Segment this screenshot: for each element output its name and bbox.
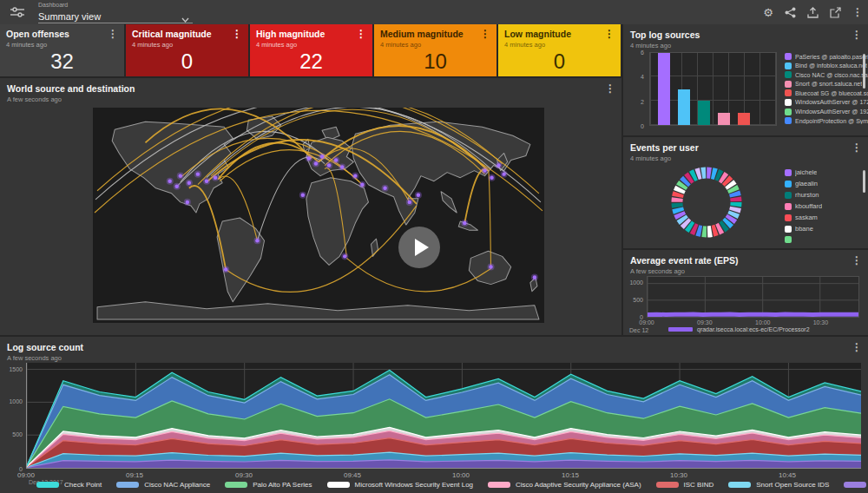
chevron-down-icon <box>181 10 189 26</box>
legend-label: Cisco NAC @ cisco.nac.salu... <box>795 72 868 78</box>
legend-item: Snort @ snort.saluca.net <box>785 81 868 88</box>
legend-swatch <box>785 53 792 60</box>
legend-item: WindowsAuthServer @ 192.168... <box>785 108 868 115</box>
card-open-offenses: Open offenses⋮ 4 minutes ago 32 <box>0 24 124 76</box>
scrollbar[interactable] <box>863 170 865 193</box>
legend-item: ISC BIND <box>656 481 714 489</box>
qradar-pulse-dashboard: Dashboard Summary view ⚙ ⋮ Open offenses… <box>0 0 868 493</box>
legend-item: bbane <box>785 225 822 233</box>
continents <box>97 116 539 319</box>
x-tick-label: 09:30 <box>697 319 713 325</box>
line-chart-legend: qradar.isecca.local:ecs-ec/EC/Processor2 <box>668 326 810 332</box>
line-chart-svg <box>648 277 858 317</box>
x-tick-label: 10:00 <box>755 319 771 325</box>
y-tick-label: 500 <box>12 431 23 437</box>
sliders-icon[interactable] <box>10 6 24 22</box>
legend-item: jaichele <box>785 168 822 176</box>
card-title: Medium magnitude <box>380 29 464 39</box>
legend-label: Microsoft Windows Security Event Log <box>355 481 474 489</box>
legend-item: glaealin <box>785 180 822 187</box>
legend-label: Bluecoat SG @ bluecoat.sg.s... <box>795 90 868 96</box>
legend-swatch <box>327 482 350 488</box>
dashboard-selector[interactable]: Dashboard Summary view <box>38 2 193 23</box>
kebab-icon[interactable]: ⋮ <box>852 342 862 352</box>
legend-item: kbouffard <box>785 202 822 210</box>
panel-average-event-rate: Average event rate (EPS) A few seconds a… <box>623 250 868 335</box>
kebab-icon[interactable]: ⋮ <box>852 255 862 266</box>
kebab-icon[interactable]: ⋮ <box>356 29 366 39</box>
legend-swatch <box>785 169 792 176</box>
y-tick-label: 500 <box>633 297 643 303</box>
legend-item: Microsoft Windows Security Event Log <box>327 481 474 489</box>
x-tick-label: 10:00 <box>452 471 470 479</box>
y-tick-label: 0 <box>641 123 644 129</box>
legend-label: WindowsAuthServer @ 192.168... <box>795 108 868 115</box>
kebab-icon[interactable]: ⋮ <box>604 29 615 39</box>
y-tick-label: 2 <box>641 99 644 105</box>
legend-swatch <box>36 482 59 488</box>
panel-title: Average event rate (EPS) <box>630 255 861 266</box>
card-subtitle: 4 minutes ago <box>6 41 118 49</box>
kebab-icon[interactable]: ⋮ <box>852 142 862 153</box>
dashboard-context-label: Dashboard <box>38 2 193 8</box>
card-value: 32 <box>6 49 118 74</box>
legend-swatch <box>785 71 792 78</box>
open-in-new-icon[interactable] <box>830 7 841 18</box>
area-chart-x-axis: 09:0009:1509:3009:4510:0010:1510:3010:45 <box>26 471 861 480</box>
bar-chart <box>649 52 777 126</box>
panel-events-per-user: Events per user 4 minutes ago ⋮ jaichele… <box>623 137 868 248</box>
area-chart-svg <box>27 363 861 468</box>
legend-label: rhurston <box>795 191 819 199</box>
legend-label: EndpointProtection @ Symant... <box>795 118 868 124</box>
share-icon[interactable] <box>785 7 796 18</box>
panel-title: World source and destination <box>7 83 615 94</box>
legend-item: rhurston <box>785 191 822 199</box>
overflow-menu-icon[interactable]: ⋮ <box>852 7 863 17</box>
scrollbar[interactable] <box>863 54 865 89</box>
kebab-icon[interactable]: ⋮ <box>480 29 490 39</box>
kebab-icon[interactable]: ⋮ <box>232 29 242 39</box>
topbar: Dashboard Summary view ⚙ ⋮ <box>0 0 868 24</box>
legend-item: PaSeries @ paloalto.paserie... <box>785 53 868 60</box>
legend-label: Cisco NAC Appliance <box>144 481 210 489</box>
legend-swatch <box>785 89 792 96</box>
export-icon[interactable] <box>807 7 819 18</box>
x-tick-label: 09:00 <box>17 471 35 479</box>
legend-swatch <box>668 327 693 332</box>
x-tick-label: 10:30 <box>670 471 687 479</box>
legend-label: kbouffard <box>795 202 822 210</box>
legend-label: saskam <box>795 214 818 221</box>
legend-item: Bind @ infoblox.saluca.net <box>785 62 868 69</box>
legend-swatch <box>785 192 792 199</box>
kebab-icon[interactable]: ⋮ <box>605 83 615 94</box>
panel-log-source-count: Log source count A few seconds ago ⋮ 050… <box>0 337 868 493</box>
legend-swatch <box>785 62 792 69</box>
kebab-icon[interactable]: ⋮ <box>852 30 862 40</box>
legend-item: saskam <box>785 214 822 221</box>
panel-title: Log source count <box>7 342 861 352</box>
play-button[interactable] <box>398 227 440 268</box>
settings-gear-icon[interactable]: ⚙ <box>763 7 773 18</box>
donut-legend: jaicheleglaealinrhurstonkbouffardsaskamb… <box>785 168 822 245</box>
legend-swatch <box>785 108 792 115</box>
kebab-icon[interactable]: ⋮ <box>108 29 118 39</box>
bar <box>678 89 690 126</box>
legend-label: Snort @ snort.saluca.net <box>795 81 862 87</box>
card-medium-magnitude: Medium magnitude⋮ 4 minutes ago 10 <box>374 24 496 76</box>
y-tick-label: 6 <box>641 49 644 56</box>
x-tick-label: 09:45 <box>344 471 361 479</box>
x-tick-label: 10:45 <box>779 471 796 479</box>
bar <box>718 113 730 125</box>
legend-label: Check Point <box>64 481 102 489</box>
legend-swatch <box>728 482 751 488</box>
legend-swatch <box>785 226 792 233</box>
y-tick-label: 1000 <box>9 398 23 404</box>
card-critical-magnitude: Critical magnitude⋮ 4 minutes ago 0 <box>126 24 248 76</box>
bar <box>738 113 750 125</box>
legend-swatch <box>488 482 510 488</box>
panel-title: Top log sources <box>630 30 861 40</box>
line-chart-y-axis: 05001000 <box>627 276 646 318</box>
legend-label: jaichele <box>795 168 817 176</box>
card-high-magnitude: High magnitude⋮ 4 minutes ago 22 <box>250 24 372 76</box>
card-value: 22 <box>256 49 366 74</box>
